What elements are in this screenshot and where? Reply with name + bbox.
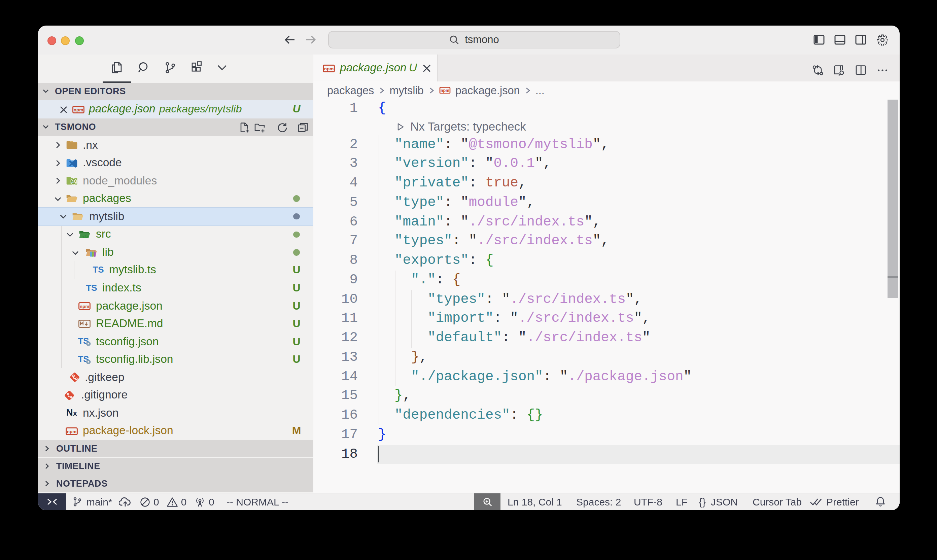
- svg-text:npm: npm: [440, 88, 449, 92]
- svg-text:npm: npm: [323, 66, 333, 71]
- svg-text:N: N: [66, 408, 73, 418]
- svg-text:</>: </>: [82, 235, 88, 239]
- svg-text:TS: TS: [86, 282, 97, 292]
- svg-text:npm: npm: [66, 429, 76, 434]
- svg-text:x: x: [73, 409, 77, 417]
- svg-text:JS: JS: [71, 180, 75, 184]
- svg-text:TS: TS: [92, 265, 103, 275]
- svg-text:npm: npm: [79, 304, 89, 309]
- svg-text:npm: npm: [73, 107, 83, 112]
